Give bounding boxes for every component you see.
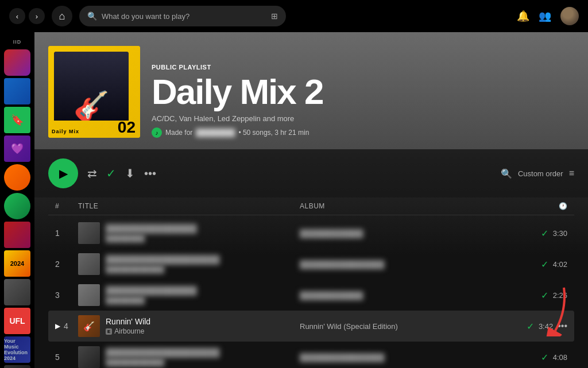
track-info: ████████████████████ ████████████ [78,253,300,275]
top-nav: ‹ › ⌂ 🔍 ⊞ 🔔 👥 [0,0,588,32]
forward-button[interactable]: › [29,8,45,24]
sidebar-item[interactable]: 2024 [4,250,30,277]
list-view-button[interactable]: ≡ [569,168,574,179]
back-button[interactable]: ‹ [9,8,25,24]
main-area: IID 🔖 💜 2024 UFL Your Music Evolution 20… [0,32,588,368]
track-duration: ✓ 3:42 ••• [521,321,567,332]
row-number: 1 [55,228,78,238]
col-title: Title [78,202,300,210]
track-duration: ✓ 3:30 [521,228,567,239]
friends-icon[interactable]: 👥 [539,10,551,22]
col-duration: 🕐 [521,202,567,210]
search-tracks-button[interactable]: 🔍 [501,168,512,179]
username: ████████ [196,129,235,137]
track-thumbnail [78,284,100,306]
track-name: ████████████████████ [106,348,219,357]
table-row[interactable]: 2 ████████████████████ ████████████ ████… [48,249,574,280]
track-album: Runnin' Wild (Special Edition) [300,322,521,331]
sidebar-item[interactable]: UFL [4,308,30,334]
sidebar-item[interactable] [4,78,30,104]
search-input[interactable] [102,12,266,21]
saved-icon: ✓ [541,228,548,239]
table-row[interactable]: 3 ████████████████ ████████ ████████████… [48,280,574,311]
track-artist: ████████████ [106,358,219,366]
nav-arrows: ‹ › [9,8,45,24]
sidebar-item[interactable] [4,193,30,219]
saved-icon: ✓ [527,321,534,332]
track-details: ████████████████ ████████ [106,224,197,242]
saved-icon: ✓ [541,290,548,301]
duration-value: 2:26 [553,291,567,300]
col-num: # [55,202,78,210]
sidebar-item[interactable] [4,49,30,76]
saved-icon: ✓ [541,352,548,363]
track-name: Runnin' Wild [106,317,150,326]
track-duration: ✓ 4:02 [521,259,567,270]
search-bar: 🔍 ⊞ [79,6,286,26]
sidebar: IID 🔖 💜 2024 UFL Your Music Evolution 20… [0,32,34,368]
track-artist: ████████████ [106,265,219,273]
row-number: 2 [55,259,78,269]
track-thumbnail [78,253,100,275]
track-info: 🎸 Runnin' Wild E Airbourne [78,315,300,337]
track-thumbnail [78,222,100,244]
playing-indicator: ▶ [55,322,60,330]
sidebar-item[interactable]: 🔖 [4,107,30,133]
duration-value: 4:02 [553,260,567,269]
track-details: ████████████████████ ████████████ [106,255,219,273]
more-button[interactable]: ••• [144,167,156,180]
playlist-header: 🎸 Daily Mix 02 Public Playlist Daily Mix… [34,32,588,149]
avatar[interactable] [560,7,579,25]
download-button[interactable]: ⬇ [125,166,135,180]
row-number: ▶ 4 [55,321,78,331]
sidebar-item[interactable] [4,164,30,191]
row-num-value: 4 [64,321,68,331]
sidebar-item[interactable] [4,222,30,248]
nav-right: 🔔 👥 [517,7,579,25]
home-button[interactable]: ⌂ [52,6,72,26]
shuffle-button[interactable]: ⇄ [87,166,97,180]
playlist-meta: ♪ Made for ████████ • 50 songs, 3 hr 21 … [152,127,574,138]
notifications-icon[interactable]: 🔔 [517,10,529,22]
controls-right: 🔍 Custom order ≡ [501,168,574,179]
track-name: ████████████████████ [106,255,219,264]
made-for-label: Made for [165,129,192,137]
track-album: ████████████ [300,229,521,238]
track-thumbnail: 🎸 [78,315,100,337]
explicit-badge: E [106,328,112,335]
duration-value: 3:30 [553,229,567,238]
spotify-logo: ♪ [152,127,162,138]
track-duration: ✓ 2:26 [521,290,567,301]
save-button[interactable]: ✓ [106,166,116,180]
track-details: Runnin' Wild E Airbourne [106,317,150,335]
row-number: 5 [55,352,78,362]
table-header: # Title Album 🕐 [48,197,574,215]
sidebar-item[interactable] [4,365,30,368]
avatar-image [560,7,579,25]
table-row[interactable]: 5 ████████████████████ ████████████ ████… [48,342,574,368]
cover-art: 🎸 Daily Mix 02 [48,46,140,138]
sidebar-item[interactable] [4,279,30,305]
more-options-button[interactable]: ••• [558,321,567,331]
track-artist: E Airbourne [106,327,150,335]
track-artist: ████████ [106,234,197,242]
content: 🎸 Daily Mix 02 Public Playlist Daily Mix… [34,32,588,368]
sidebar-item[interactable]: 💜 [4,135,30,162]
artist-name: Airbourne [114,327,144,335]
track-album: ████████████████ [300,353,521,362]
track-info: ████████████████████ ████████████ [78,346,300,368]
search-icon: 🔍 [87,11,97,21]
table-row-runnin-wild[interactable]: ▶ 4 🎸 Runnin' Wild E Airbourne [48,311,574,342]
playlist-info: Public Playlist Daily Mix 2 AC/DC, Van H… [152,64,574,138]
track-info: ████████████████ ████████ [78,222,300,244]
sidebar-item[interactable]: Your Music Evolution 2024 [4,336,30,363]
cover-label: Daily Mix [52,129,79,134]
playlist-cover: 🎸 Daily Mix 02 [48,46,140,138]
order-label[interactable]: Custom order [518,169,563,178]
track-artist: ████████ [106,296,197,304]
playlist-title: Daily Mix 2 [152,74,574,110]
table-row[interactable]: 1 ████████████████ ████████ ████████████… [48,218,574,249]
track-name: ████████████████ [106,286,197,295]
track-name: ████████████████ [106,224,197,233]
play-button[interactable]: ▶ [48,158,78,188]
